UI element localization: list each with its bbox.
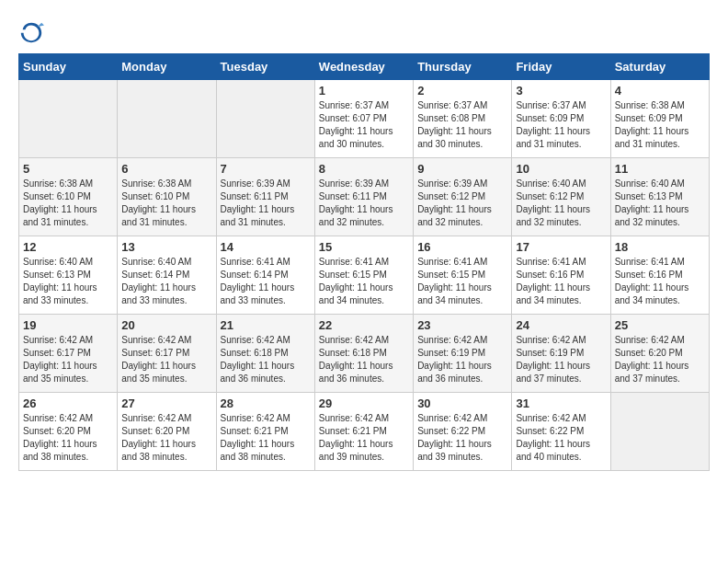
day-number: 20 xyxy=(121,318,211,332)
day-number: 5 xyxy=(23,162,113,176)
day-number: 31 xyxy=(516,396,606,410)
day-number: 9 xyxy=(417,162,507,176)
day-info: Sunrise: 6:39 AM Sunset: 6:12 PM Dayligh… xyxy=(417,178,507,229)
day-info: Sunrise: 6:42 AM Sunset: 6:18 PM Dayligh… xyxy=(319,334,409,385)
calendar-cell: 3Sunrise: 6:37 AM Sunset: 6:09 PM Daylig… xyxy=(512,80,610,158)
day-number: 25 xyxy=(615,318,705,332)
day-number: 8 xyxy=(319,162,409,176)
day-info: Sunrise: 6:38 AM Sunset: 6:10 PM Dayligh… xyxy=(121,178,211,229)
day-info: Sunrise: 6:39 AM Sunset: 6:11 PM Dayligh… xyxy=(221,178,311,229)
header-tuesday: Tuesday xyxy=(216,54,314,80)
header-wednesday: Wednesday xyxy=(314,54,413,80)
day-number: 6 xyxy=(121,162,211,176)
header-saturday: Saturday xyxy=(610,54,709,80)
calendar-cell: 23Sunrise: 6:42 AM Sunset: 6:19 PM Dayli… xyxy=(414,315,512,393)
day-info: Sunrise: 6:40 AM Sunset: 6:13 PM Dayligh… xyxy=(23,256,113,307)
calendar-cell xyxy=(118,80,216,158)
day-info: Sunrise: 6:42 AM Sunset: 6:19 PM Dayligh… xyxy=(417,334,507,385)
day-number: 30 xyxy=(417,396,507,410)
day-info: Sunrise: 6:42 AM Sunset: 6:18 PM Dayligh… xyxy=(221,334,311,385)
day-number: 27 xyxy=(121,396,211,410)
calendar-cell: 6Sunrise: 6:38 AM Sunset: 6:10 PM Daylig… xyxy=(118,158,216,236)
day-info: Sunrise: 6:42 AM Sunset: 6:19 PM Dayligh… xyxy=(516,334,606,385)
day-info: Sunrise: 6:42 AM Sunset: 6:17 PM Dayligh… xyxy=(23,334,113,385)
day-number: 14 xyxy=(221,240,311,254)
day-number: 1 xyxy=(319,84,409,98)
calendar-table: SundayMondayTuesdayWednesdayThursdayFrid… xyxy=(18,53,710,471)
calendar-cell: 16Sunrise: 6:41 AM Sunset: 6:15 PM Dayli… xyxy=(414,236,512,315)
header-row: SundayMondayTuesdayWednesdayThursdayFrid… xyxy=(19,54,710,80)
calendar-cell: 21Sunrise: 6:42 AM Sunset: 6:18 PM Dayli… xyxy=(216,315,314,393)
day-number: 18 xyxy=(615,240,705,254)
day-number: 4 xyxy=(615,84,705,98)
day-info: Sunrise: 6:41 AM Sunset: 6:15 PM Dayligh… xyxy=(319,256,409,307)
day-info: Sunrise: 6:39 AM Sunset: 6:11 PM Dayligh… xyxy=(319,178,409,229)
day-number: 19 xyxy=(23,318,113,332)
day-number: 11 xyxy=(615,162,705,176)
calendar-cell: 24Sunrise: 6:42 AM Sunset: 6:19 PM Dayli… xyxy=(512,315,610,393)
day-info: Sunrise: 6:37 AM Sunset: 6:07 PM Dayligh… xyxy=(319,99,409,151)
calendar-cell: 2Sunrise: 6:37 AM Sunset: 6:08 PM Daylig… xyxy=(414,80,512,158)
calendar-cell: 8Sunrise: 6:39 AM Sunset: 6:11 PM Daylig… xyxy=(314,158,413,236)
header-thursday: Thursday xyxy=(414,54,512,80)
day-number: 13 xyxy=(121,240,211,254)
day-info: Sunrise: 6:38 AM Sunset: 6:09 PM Dayligh… xyxy=(615,99,705,151)
day-info: Sunrise: 6:42 AM Sunset: 6:22 PM Dayligh… xyxy=(417,412,507,464)
calendar-cell: 9Sunrise: 6:39 AM Sunset: 6:12 PM Daylig… xyxy=(414,158,512,236)
calendar-cell xyxy=(19,80,118,158)
day-number: 17 xyxy=(516,240,606,254)
header-friday: Friday xyxy=(512,54,610,80)
header-sunday: Sunday xyxy=(19,54,118,80)
logo xyxy=(18,18,46,44)
calendar-cell: 29Sunrise: 6:42 AM Sunset: 6:21 PM Dayli… xyxy=(314,393,413,471)
day-number: 29 xyxy=(319,396,409,410)
calendar-cell: 11Sunrise: 6:40 AM Sunset: 6:13 PM Dayli… xyxy=(610,158,709,236)
day-info: Sunrise: 6:38 AM Sunset: 6:10 PM Dayligh… xyxy=(23,178,113,229)
day-number: 24 xyxy=(516,318,606,332)
day-number: 7 xyxy=(221,162,311,176)
calendar-cell: 17Sunrise: 6:41 AM Sunset: 6:16 PM Dayli… xyxy=(512,236,610,315)
day-info: Sunrise: 6:40 AM Sunset: 6:13 PM Dayligh… xyxy=(615,178,705,229)
day-number: 15 xyxy=(319,240,409,254)
day-info: Sunrise: 6:42 AM Sunset: 6:22 PM Dayligh… xyxy=(516,412,606,464)
day-number: 22 xyxy=(319,318,409,332)
day-number: 28 xyxy=(221,396,311,410)
day-info: Sunrise: 6:40 AM Sunset: 6:14 PM Dayligh… xyxy=(121,256,211,307)
day-number: 26 xyxy=(23,396,113,410)
day-number: 23 xyxy=(417,318,507,332)
calendar-cell: 4Sunrise: 6:38 AM Sunset: 6:09 PM Daylig… xyxy=(610,80,709,158)
calendar-cell: 20Sunrise: 6:42 AM Sunset: 6:17 PM Dayli… xyxy=(118,315,216,393)
calendar-cell: 19Sunrise: 6:42 AM Sunset: 6:17 PM Dayli… xyxy=(19,315,118,393)
day-info: Sunrise: 6:41 AM Sunset: 6:16 PM Dayligh… xyxy=(615,256,705,307)
week-row-0: 1Sunrise: 6:37 AM Sunset: 6:07 PM Daylig… xyxy=(19,80,710,158)
calendar-cell: 25Sunrise: 6:42 AM Sunset: 6:20 PM Dayli… xyxy=(610,315,709,393)
calendar-cell: 30Sunrise: 6:42 AM Sunset: 6:22 PM Dayli… xyxy=(414,393,512,471)
day-info: Sunrise: 6:41 AM Sunset: 6:15 PM Dayligh… xyxy=(417,256,507,307)
calendar-cell: 22Sunrise: 6:42 AM Sunset: 6:18 PM Dayli… xyxy=(314,315,413,393)
day-info: Sunrise: 6:42 AM Sunset: 6:20 PM Dayligh… xyxy=(23,412,113,464)
calendar-cell: 12Sunrise: 6:40 AM Sunset: 6:13 PM Dayli… xyxy=(19,236,118,315)
week-row-4: 26Sunrise: 6:42 AM Sunset: 6:20 PM Dayli… xyxy=(19,393,710,471)
day-info: Sunrise: 6:42 AM Sunset: 6:21 PM Dayligh… xyxy=(319,412,409,464)
calendar-cell: 1Sunrise: 6:37 AM Sunset: 6:07 PM Daylig… xyxy=(314,80,413,158)
header-monday: Monday xyxy=(118,54,216,80)
day-number: 16 xyxy=(417,240,507,254)
calendar-cell xyxy=(216,80,314,158)
day-info: Sunrise: 6:37 AM Sunset: 6:09 PM Dayligh… xyxy=(516,99,606,151)
day-info: Sunrise: 6:41 AM Sunset: 6:14 PM Dayligh… xyxy=(221,256,311,307)
day-number: 2 xyxy=(417,84,507,98)
day-info: Sunrise: 6:41 AM Sunset: 6:16 PM Dayligh… xyxy=(516,256,606,307)
calendar-cell: 13Sunrise: 6:40 AM Sunset: 6:14 PM Dayli… xyxy=(118,236,216,315)
day-number: 10 xyxy=(516,162,606,176)
day-number: 12 xyxy=(23,240,113,254)
day-info: Sunrise: 6:37 AM Sunset: 6:08 PM Dayligh… xyxy=(417,99,507,151)
calendar-cell: 7Sunrise: 6:39 AM Sunset: 6:11 PM Daylig… xyxy=(216,158,314,236)
day-info: Sunrise: 6:42 AM Sunset: 6:20 PM Dayligh… xyxy=(121,412,211,464)
calendar-cell: 5Sunrise: 6:38 AM Sunset: 6:10 PM Daylig… xyxy=(19,158,118,236)
calendar-cell xyxy=(610,393,709,471)
day-info: Sunrise: 6:42 AM Sunset: 6:21 PM Dayligh… xyxy=(221,412,311,464)
week-row-2: 12Sunrise: 6:40 AM Sunset: 6:13 PM Dayli… xyxy=(19,236,710,315)
day-info: Sunrise: 6:42 AM Sunset: 6:20 PM Dayligh… xyxy=(615,334,705,385)
calendar-cell: 27Sunrise: 6:42 AM Sunset: 6:20 PM Dayli… xyxy=(118,393,216,471)
calendar-cell: 15Sunrise: 6:41 AM Sunset: 6:15 PM Dayli… xyxy=(314,236,413,315)
